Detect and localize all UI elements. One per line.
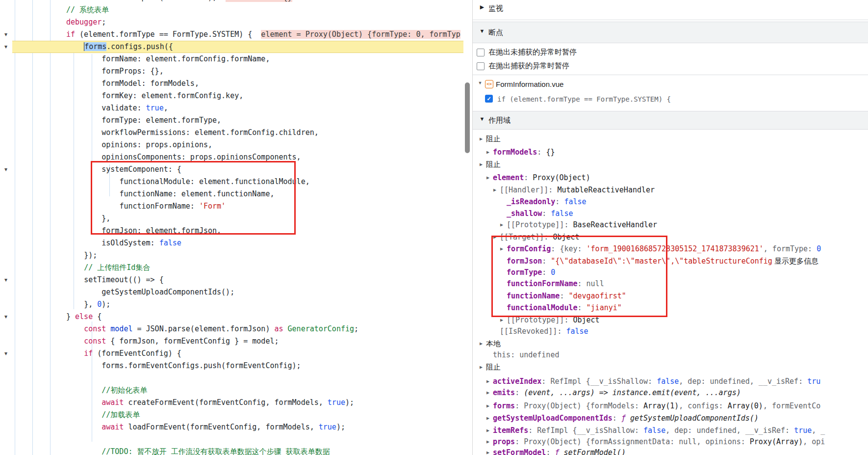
scope-category-label: 阻止	[486, 133, 501, 145]
scope-row[interactable]: ▶activeIndex: RefImpl {__v_isShallow: fa…	[473, 375, 868, 387]
code-token: { formJson, formEventConfig } = model;	[106, 337, 279, 346]
scope-row[interactable]: [[IsRevoked]]: false	[473, 325, 868, 337]
code-token: 0	[97, 300, 102, 309]
divider	[473, 75, 868, 75]
code-line[interactable]: //初始化表单	[12, 384, 463, 397]
code-line[interactable]: if (element.formType == FormType.SYSTEM)…	[12, 28, 463, 41]
expand-arrow-icon[interactable]: ▶	[485, 436, 491, 448]
chevron-down-icon[interactable]: ▼	[479, 28, 485, 34]
expand-arrow-icon[interactable]: ▶	[478, 361, 484, 373]
code-line[interactable]: validate: true,	[12, 102, 463, 114]
code-line[interactable]	[12, 372, 463, 384]
scope-row[interactable]: ▶阻止	[473, 133, 868, 145]
chevron-right-icon[interactable]: ▶	[479, 4, 485, 10]
scrollbar-thumb[interactable]	[465, 82, 470, 153]
code-token: }	[66, 312, 75, 321]
expand-arrow-icon[interactable]: ▶	[485, 172, 491, 184]
scope-row[interactable]: ▶setFormModel: ƒ setFormModel()	[473, 447, 868, 455]
code-line[interactable]: formProps: {},	[12, 65, 463, 78]
code-line[interactable]: getSystemUploadComponentIds();	[12, 286, 463, 298]
code-line[interactable]: } else {	[12, 311, 463, 323]
scope-row[interactable]: ▶itemRefs: RefImpl {__v_isShallow: false…	[473, 425, 868, 436]
code-line[interactable]: setTimeout(() => {	[12, 274, 463, 286]
scope-property: [[IsRevoked]]: false	[500, 325, 588, 337]
code-line[interactable]: if (formEventConfig) {	[12, 348, 463, 360]
scope-row[interactable]: _shallow: false	[473, 208, 868, 219]
scope-row[interactable]: ▶[[Prototype]]: BaseReactiveHandler	[473, 219, 868, 231]
code-line[interactable]: await loadFormEvent(formEventConfig, for…	[12, 421, 463, 433]
code-line[interactable]: debugger;	[12, 16, 463, 28]
expand-arrow-icon[interactable]: ▶	[485, 425, 491, 436]
scope-row[interactable]: _isReadonly: false	[473, 196, 868, 208]
scope-row[interactable]: ▶阻止	[473, 361, 868, 373]
code-line[interactable]: formType: element.formType,	[12, 114, 463, 127]
expand-arrow-icon[interactable]: ▶	[485, 447, 491, 455]
code-line[interactable]: opinions: props.opinions,	[12, 139, 463, 151]
code-line[interactable]: formModel: formModels,	[12, 78, 463, 90]
code-line[interactable]: });	[12, 249, 463, 262]
code-token: workflowPermissions: element.formConfig.…	[102, 128, 319, 137]
code-line[interactable]: workflowPermissions: element.formConfig.…	[12, 127, 463, 139]
code-line[interactable]: isOldSystem: false	[12, 237, 463, 249]
code-line[interactable]: //加载表单	[12, 409, 463, 421]
fold-arrow-icon[interactable]: ▾	[2, 311, 10, 323]
code-line[interactable]: await createFormEvent(formEventConfig, f…	[12, 397, 463, 409]
code-line[interactable]: // 上传组件Id集合	[12, 262, 463, 274]
pause-uncaught-checkbox[interactable]	[477, 49, 485, 56]
code-token	[252, 30, 261, 39]
section-scope-header[interactable]: ▼ 作用域	[473, 111, 868, 130]
scope-row[interactable]: ▶element: Proxy(Object)	[473, 172, 868, 184]
expand-arrow-icon[interactable]: ▶	[485, 146, 491, 158]
expand-arrow-icon[interactable]: ▶	[485, 375, 491, 387]
code-line[interactable]: forms.formModels.push(formModels); formM…	[12, 0, 463, 4]
code-line[interactable]: forms.configs.push({	[12, 41, 463, 53]
expand-arrow-icon[interactable]: ▶	[485, 400, 491, 412]
expand-arrow-icon[interactable]: ▶	[499, 219, 505, 231]
code-line[interactable]: //TODO: 暂不放开 工作流没有获取表单数据这个步骤 获取表单数据	[12, 446, 463, 455]
scope-property: [[Prototype]]: BaseReactiveHandler	[507, 219, 657, 231]
scope-row[interactable]: this: undefined	[473, 349, 868, 361]
code-token: opinionsComponents: props.opinionsCompon…	[102, 153, 301, 161]
chevron-down-icon[interactable]: ▼	[477, 80, 484, 85]
code-line[interactable]: // 系统表单	[12, 4, 463, 16]
expand-arrow-icon[interactable]: ▶	[478, 159, 484, 170]
fold-arrow-icon[interactable]: ▾	[2, 28, 10, 41]
scope-row[interactable]: ▶formModels: {}	[473, 146, 868, 158]
inline-eval-hint: formModels = {}	[226, 0, 292, 2]
expand-arrow-icon[interactable]: ▶	[485, 387, 491, 399]
fold-arrow-icon[interactable]: ▾	[2, 41, 10, 53]
expand-arrow-icon[interactable]: ▶	[478, 338, 484, 349]
code-line[interactable]: const model = JSON.parse(element.formJso…	[12, 323, 463, 335]
scope-row[interactable]: ▶emits: (event, ...args) => instance.emi…	[473, 387, 868, 399]
expand-arrow-icon[interactable]: ▶	[492, 184, 498, 196]
scope-row[interactable]: ▶[[Handler]]: MutableReactiveHandler	[473, 184, 868, 196]
scope-property: _isReadonly: false	[507, 196, 587, 208]
scope-row[interactable]: ▶本地	[473, 338, 868, 349]
expand-arrow-icon[interactable]: ▶	[478, 133, 484, 145]
code-token: formProps: {},	[102, 67, 163, 76]
code-line[interactable]: const { formJson, formEventConfig } = mo…	[12, 335, 463, 348]
editor-scrollbar[interactable]	[463, 0, 472, 455]
code-line[interactable]: formName: element.formConfig.formName,	[12, 53, 463, 65]
fold-arrow-icon[interactable]: ▾	[2, 274, 10, 286]
fold-arrow-icon[interactable]: ▾	[2, 348, 10, 360]
expand-arrow-icon[interactable]: ▶	[485, 412, 491, 424]
editor-gutter[interactable]: ▾▾▾▾▾▾	[0, 0, 12, 455]
section-breakpoints-header[interactable]: ▼ 断点	[473, 22, 868, 43]
scope-row[interactable]: ▶props: Proxy(Object) {formAssignmentDat…	[473, 436, 868, 448]
chevron-down-icon[interactable]: ▼	[479, 116, 485, 122]
code-token: forms.formEventConfigs.push(formEventCon…	[102, 361, 301, 370]
fold-arrow-icon[interactable]: ▾	[2, 163, 10, 176]
code-line[interactable]	[12, 433, 463, 446]
code-line[interactable]: }, 0);	[12, 298, 463, 311]
breakpoint-checkbox[interactable]: ✓	[485, 95, 493, 103]
code-line[interactable]: formKey: element.formConfig.key,	[12, 90, 463, 102]
scope-row[interactable]: ▶forms: Proxy(Object) {formModels: Array…	[473, 400, 868, 412]
scope-row[interactable]: ▶阻止	[473, 159, 868, 170]
code-token: (formEventConfig) {	[93, 349, 181, 358]
code-token: //初始化表单	[102, 386, 147, 395]
breakpoint-condition-code: if (element.formType == FormType.SYSTEM)…	[497, 95, 671, 103]
code-line[interactable]: forms.formEventConfigs.push(formEventCon…	[12, 360, 463, 372]
scope-row[interactable]: ▶getSystemUploadComponentIds: ƒ getSyste…	[473, 412, 868, 424]
pause-caught-checkbox[interactable]	[477, 62, 485, 70]
